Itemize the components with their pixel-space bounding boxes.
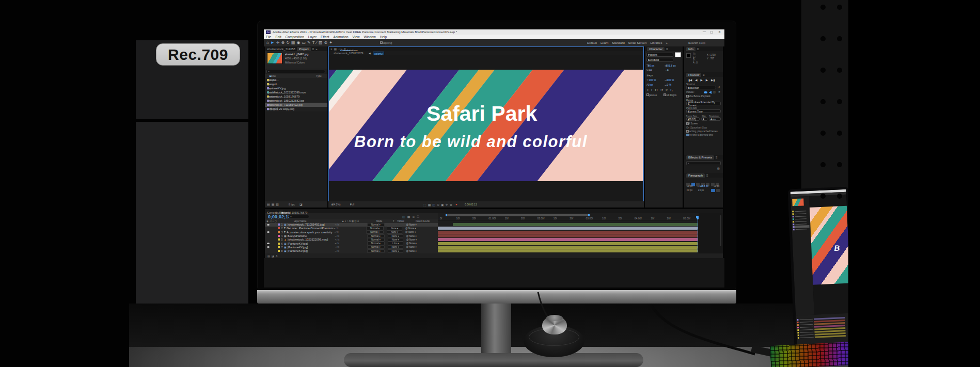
visibility-eye-icon[interactable] [267, 231, 270, 233]
layer-row[interactable]: 7▣[PantoneKV.jpg]▪ ∕ fxNormal ▾None ▾@ N… [265, 245, 438, 249]
transport-button-4[interactable]: ▶▮ [711, 78, 715, 82]
skip-select[interactable]: 0▾ [701, 117, 707, 121]
tab-project[interactable]: Project [297, 47, 311, 51]
layer-switches[interactable]: ▪ ∕ fx [334, 227, 366, 230]
col-mode[interactable]: Mode [376, 220, 382, 222]
blend-mode-select[interactable]: Normal ▾ [367, 238, 385, 242]
tool-12[interactable]: ⊘ [324, 40, 327, 45]
font-style-select[interactable]: SemiBold▾ [646, 58, 673, 62]
font-size-field[interactable]: T 50 px ▾ [646, 64, 648, 67]
frame-rate-select[interactable]: (29.97)▾ [686, 117, 700, 121]
layer-switches[interactable]: ▪ ∕ fx [335, 250, 367, 252]
layer-switches[interactable]: ▪ ∕ fx [335, 246, 367, 248]
overflow-icon[interactable]: » [315, 47, 317, 51]
layer-switches[interactable]: ▪ ∕ fx [335, 242, 367, 245]
paragraph-direction-button[interactable] [711, 189, 715, 192]
preview-time[interactable]: 0:00:02:13 [465, 203, 477, 206]
loop-icon[interactable]: ↺ [718, 90, 720, 93]
visibility-eye-icon[interactable] [267, 224, 270, 226]
first-line-indent-field[interactable]: ⇤ 125.6 px [698, 185, 700, 187]
include-overlays-icon[interactable]: ◫ [713, 90, 716, 93]
layer-switches[interactable]: ▪ ∕ fx [335, 224, 367, 226]
blend-mode-select[interactable]: Normal ▾ [366, 230, 384, 234]
layer-switches[interactable]: ▪ ∕ fx [335, 238, 367, 241]
parent-link-select[interactable]: @ None ▾ [406, 224, 428, 226]
trkmat-select[interactable]: None ▾ [388, 238, 403, 242]
project-item[interactable]: ▣shutterstock_1058176879Composi... [265, 94, 327, 99]
trkmat-select[interactable]: L.Inv ▾ [388, 242, 403, 245]
leading-field[interactable]: ↕ 203.8 px ▾ [665, 64, 666, 67]
faux-style-button[interactable]: Tт [660, 88, 663, 91]
layer-name[interactable]: [PantoneKV.jpg] [288, 246, 335, 249]
workspace-tab-learn[interactable]: Learn [600, 41, 608, 44]
trkmat-select[interactable]: None ▾ [387, 227, 402, 230]
tab-footage[interactable]: shutterstock_711055492.jpg [267, 47, 295, 51]
faux-style-button[interactable]: T [647, 88, 649, 91]
layer-duration-bar[interactable] [438, 249, 698, 252]
col-t[interactable]: T [393, 220, 394, 222]
layer-row[interactable]: 8▣[PantoneKV.jpg]▪ ∕ fxNormal ▾None ▾@ N… [265, 249, 438, 253]
time-graph[interactable]: 0f10f20f01:00f10f20f02:00f10f20f03:00f10… [438, 213, 699, 253]
project-footer-icons[interactable]: ▤▦▧ [267, 202, 280, 206]
blend-mode-select[interactable]: Normal ▾ [367, 242, 385, 245]
tab-info[interactable]: Info [686, 47, 696, 51]
timeline-footer-toggles[interactable]: ▤◪≙ [267, 254, 279, 258]
tool-7[interactable]: ▭ [302, 40, 306, 45]
trkmat-select[interactable]: None ▾ [388, 249, 403, 253]
indent-right-field[interactable]: ⇥ 0 px [713, 185, 715, 187]
panel-menu-icon[interactable]: ≡ [716, 156, 718, 159]
fill-stroke-swatches[interactable] [675, 52, 681, 57]
tool-9[interactable]: T [312, 40, 315, 45]
parent-link-select[interactable]: @ None ▾ [406, 246, 428, 248]
tab-preview[interactable]: Preview [686, 73, 701, 77]
layer-name[interactable]: [PantoneKV.jpg] [288, 242, 335, 245]
time-navigator[interactable] [447, 214, 589, 216]
bit-depth[interactable]: 8 bpc [289, 203, 295, 206]
menu-help[interactable]: Help [380, 35, 387, 39]
col-type[interactable]: Type [316, 74, 322, 77]
resolution-preview-select[interactable]: Auto▾ [709, 117, 721, 121]
reset-icon[interactable]: ↺ [718, 86, 720, 89]
tool-2[interactable]: ✛ [276, 40, 280, 45]
tool-8[interactable]: ✎ [307, 40, 311, 45]
layer-duration-bar[interactable] [438, 242, 698, 245]
parent-link-select[interactable]: @ None ▾ [406, 250, 428, 252]
layer-name[interactable]: Get one...Pantone Connect/Premium Now [287, 227, 334, 230]
tracking-field[interactable]: ↔ 0 ▾ [665, 69, 667, 72]
col-parent[interactable]: Parent & Link [416, 220, 430, 222]
workspace-tab-standard[interactable]: Standard [612, 41, 624, 44]
menu-effect[interactable]: Effect [321, 35, 329, 39]
navigator-handle-right[interactable] [588, 214, 590, 216]
project-item[interactable]: ▣工作區域 20 copy.pngPNG file [265, 107, 327, 111]
space-before-field[interactable]: ⇞ 0 px [686, 189, 688, 192]
include-audio-icon[interactable] [709, 91, 712, 94]
visibility-eye-icon[interactable] [267, 246, 270, 248]
shortcut-select[interactable]: Spacebar▾ [686, 86, 716, 89]
faux-style-button[interactable]: T₁ [670, 88, 673, 91]
effects-search-input[interactable]: ⌕ [686, 161, 721, 165]
tab-paragraph[interactable]: Paragraph [686, 173, 705, 178]
tab-character[interactable]: Character [647, 47, 665, 51]
project-search-input[interactable]: ⌕ [266, 70, 325, 73]
navigator-handle-left[interactable] [446, 214, 447, 216]
layer-row[interactable]: 5▲[shutterstock_1023322099.mov]▪ ∕ fxNor… [265, 238, 438, 242]
layer-name[interactable]: Accurate colors spark your creativity [287, 231, 334, 234]
play-from-select[interactable]: Current Time▾ [686, 109, 721, 113]
minimize-button[interactable]: — [703, 30, 706, 33]
visibility-eye-icon[interactable] [267, 243, 270, 244]
tool-10[interactable]: ∕ [317, 40, 317, 45]
blend-mode-select[interactable]: Normal ▾ [367, 249, 385, 253]
viewer-toolbar-icons[interactable]: ⬚▦◫⊙▣✛⚙ [423, 203, 454, 206]
space-after-field[interactable]: ⇟ 0 px [698, 189, 700, 192]
current-timecode[interactable]: 0;00;02;13 [268, 214, 291, 219]
layer-switches[interactable]: ▪ ∕ fx [334, 231, 366, 233]
project-item[interactable]: ▲shutterstock_1023322099.movQuickTim... [265, 90, 327, 94]
maximize-button[interactable]: ▢ [710, 30, 713, 34]
menu-composition[interactable]: Composition [286, 35, 304, 39]
tool-3[interactable]: ⊕ [281, 40, 284, 45]
viewer-canvas[interactable]: Safari Park Born to be wild and colorful [328, 55, 644, 201]
project-item[interactable]: ▣PantoneKV.jpgImporte... [265, 86, 327, 90]
indent-left-field[interactable]: ⇥ 0 px [686, 185, 688, 187]
close-tab-icon[interactable]: × [330, 47, 333, 51]
blend-mode-select[interactable]: Normal ▾ [367, 234, 385, 238]
